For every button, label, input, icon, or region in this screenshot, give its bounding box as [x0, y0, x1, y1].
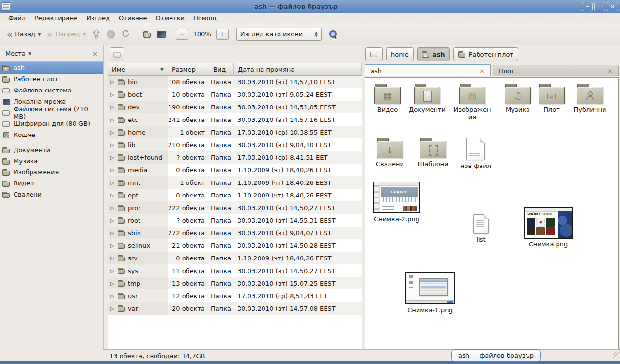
view-mode-select[interactable]: Изглед като икони ▲▼ [236, 28, 322, 41]
expander-icon[interactable]: ▷ [109, 243, 115, 248]
sidebar-item-ash[interactable]: ⌂ash [0, 61, 103, 74]
menu-go[interactable]: Отиване [114, 14, 151, 23]
menu-view[interactable]: Изглед [82, 14, 114, 23]
table-row[interactable]: ▷dev190 обектаПапка30.03.2010 (вт) 14,51… [108, 101, 362, 113]
reload-button[interactable] [118, 27, 133, 42]
places-header[interactable]: Места ▼ × [0, 46, 103, 61]
file-item-snimka2[interactable]: GUADECСнимка-2.png [371, 182, 422, 223]
sidebar-item--[interactable]: Кошче [0, 129, 103, 140]
menu-file[interactable]: Файл [4, 14, 30, 23]
breadcrumb-ash[interactable]: ⌂ash [417, 47, 450, 61]
file-item-music[interactable]: ♫Музика [500, 84, 536, 113]
table-row[interactable]: ▷var20 обектаПапка30.03.2010 (вт) 14,57,… [108, 302, 362, 315]
expander-icon[interactable]: ▷ [109, 79, 115, 85]
breadcrumb-desktop[interactable]: Работен плот [453, 47, 518, 61]
menu-edit[interactable]: Редактиране [30, 14, 82, 23]
sidebar-item--[interactable]: Работен плот [0, 74, 103, 85]
minimize-button[interactable]: − [582, 2, 593, 11]
breadcrumb-home[interactable]: home [386, 47, 414, 61]
zoom-in-button[interactable]: + [216, 29, 229, 40]
computer-button[interactable] [154, 29, 168, 40]
table-row[interactable]: ▷lib210 обектаПапка30.03.2010 (вт) 9,04,… [108, 138, 362, 151]
forward-button[interactable]: » Напред ▼ [44, 29, 89, 40]
expander-icon[interactable]: ▷ [109, 142, 115, 148]
file-item-newfile[interactable]: нов файл [455, 138, 496, 169]
table-row[interactable]: ▷root? обектаПапка30.03.2010 (вт) 14,55,… [108, 214, 362, 227]
expander-icon[interactable]: ▷ [109, 180, 115, 185]
table-row[interactable]: ▷mnt1 обектПапка1.10.2009 (чт) 18,40,26 … [108, 176, 362, 189]
expander-icon[interactable]: ▷ [109, 268, 115, 273]
expander-icon[interactable]: ▷ [109, 117, 115, 122]
table-row[interactable]: ▷selinux21 обектаПапка30.03.2010 (вт) 14… [108, 239, 362, 252]
home-button[interactable]: ⌂ [140, 29, 154, 40]
tab-ash[interactable]: ash× [365, 64, 491, 76]
table-row[interactable]: ▷opt0 обектаПапка1.10.2009 (чт) 18,40,26… [108, 189, 362, 201]
menu-help[interactable]: Помощ [189, 14, 221, 23]
combo-spinner-icon[interactable]: ▲▼ [315, 31, 317, 37]
sidebar-item--[interactable]: Изображения [0, 167, 103, 178]
tab-plot[interactable]: Плот× [493, 65, 619, 76]
taskbar-button-tooltip[interactable]: ash — файлов браузър [451, 349, 541, 362]
up-button[interactable] [89, 27, 104, 42]
table-row[interactable]: ▷lost+found? обектаПапка17.03.2010 (ср) … [108, 151, 362, 164]
file-item-documents[interactable]: Документи [405, 84, 450, 113]
stop-button[interactable] [104, 28, 118, 41]
sidebar-item--[interactable]: Документи [0, 144, 103, 155]
table-row[interactable]: ▷bin108 обектаПапка30.03.2010 (вт) 14,57… [108, 76, 362, 88]
sidebar-item--80-gb-[interactable]: Шифриран дял (80 GB) [0, 118, 103, 129]
zoom-out-button[interactable]: − [176, 29, 188, 40]
column-header-date[interactable]: Дата на промяна [234, 63, 362, 76]
resize-grip[interactable] [613, 352, 619, 358]
sidebar-close-icon[interactable]: × [92, 50, 98, 58]
breadcrumb-root[interactable] [365, 47, 383, 61]
back-button[interactable]: « Назад ▼ [4, 29, 44, 40]
forward-dropdown-icon[interactable]: ▼ [83, 32, 86, 37]
expander-icon[interactable]: ▷ [109, 130, 115, 135]
expander-icon[interactable]: ▷ [109, 105, 115, 110]
search-icon[interactable] [329, 30, 337, 38]
expander-icon[interactable]: ▷ [109, 256, 115, 261]
file-item-list[interactable]: list [463, 214, 499, 243]
titlebar[interactable]: ash — файлов браузър − □ × [0, 0, 620, 13]
table-row[interactable]: ▷sys11 обектаПапка30.03.2010 (вт) 14,50,… [108, 264, 362, 277]
file-item-snimka[interactable]: GNOMEStoreСнимка.png [518, 207, 578, 248]
table-row[interactable]: ▷usr12 обектаПапка17.03.2010 (ср) 8,51,4… [108, 289, 362, 302]
places-toggle-button[interactable] [110, 47, 124, 61]
sidebar-item--[interactable]: Видео [0, 178, 103, 189]
expander-icon[interactable]: ▷ [109, 306, 115, 311]
sidebar-item--[interactable]: Музика [0, 155, 103, 167]
expander-icon[interactable]: ▷ [109, 155, 115, 160]
expander-icon[interactable]: ▷ [109, 205, 115, 211]
file-item-video[interactable]: ▦Видео [371, 84, 404, 113]
expander-icon[interactable]: ▷ [109, 281, 115, 286]
column-header-size[interactable]: Размер [168, 63, 209, 76]
sidebar-item--[interactable]: Свалени [0, 189, 103, 200]
table-row[interactable]: ▷boot10 обектаПапка30.03.2010 (вт) 9,05,… [108, 88, 362, 101]
icon-view[interactable]: ▦ВидеоДокументи◎Изображения♫Музика[▫]Пло… [365, 77, 619, 349]
sidebar-item--[interactable]: Файлова система [0, 85, 103, 96]
expander-icon[interactable]: ▷ [109, 167, 115, 173]
file-item-desktop[interactable]: [▫]Плот [537, 84, 567, 113]
table-row[interactable]: ▷tmp13 обектаПапка30.03.2010 (вт) 15,07,… [108, 277, 362, 289]
expander-icon[interactable]: ▷ [109, 218, 115, 223]
table-row[interactable]: ▷sbin272 обектаПапка30.03.2010 (вт) 9,04… [108, 227, 362, 239]
expander-icon[interactable]: ▷ [109, 293, 115, 299]
file-item-public[interactable]: Публични [568, 84, 612, 113]
expander-icon[interactable]: ▷ [109, 230, 115, 236]
file-item-snimka1[interactable]: Снимка-1.png [401, 272, 459, 314]
back-dropdown-icon[interactable]: ▼ [38, 32, 41, 37]
table-row[interactable]: ▷srv0 обектаПапка1.10.2009 (чт) 18,40,26… [108, 252, 362, 264]
table-row[interactable]: ▷home1 обектПапка17.03.2010 (ср) 10,38,5… [108, 126, 362, 138]
table-row[interactable]: ▷media0 обектаПапка1.10.2009 (чт) 18,40,… [108, 164, 362, 176]
expander-icon[interactable]: ▷ [109, 92, 115, 97]
column-header-name[interactable]: Име ▼ [108, 63, 168, 76]
tab-close-icon[interactable]: × [607, 67, 613, 75]
expander-icon[interactable]: ▷ [109, 193, 115, 198]
menu-bookmarks[interactable]: Отметки [151, 14, 188, 23]
table-row[interactable]: ▷etc241 обектаПапка30.03.2010 (вт) 14,57… [108, 113, 362, 126]
sidebar-item--210-mb-[interactable]: Файлова система (210 MB) [0, 107, 103, 118]
close-button[interactable]: × [607, 2, 618, 11]
file-item-templates[interactable]: Шаблони [412, 138, 454, 167]
column-header-type[interactable]: Вид [209, 63, 234, 76]
maximize-button[interactable]: □ [594, 2, 605, 11]
